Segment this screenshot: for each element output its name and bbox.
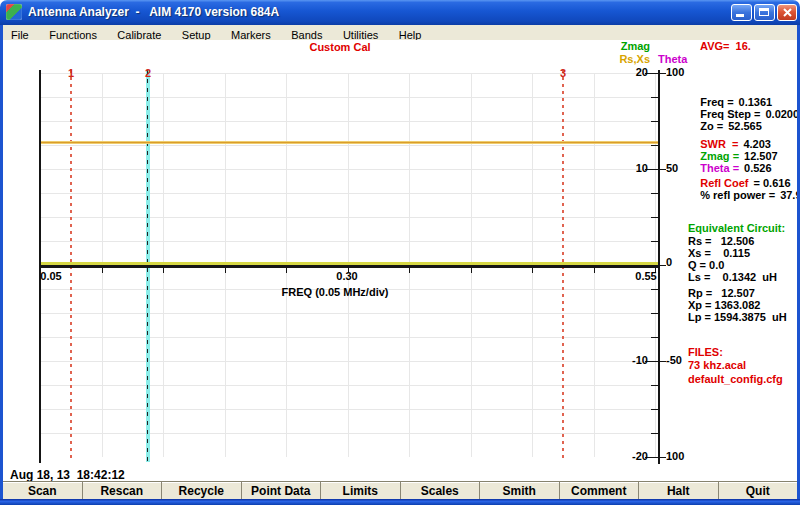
legend-rsxs: Rs,Xs — [598, 53, 650, 65]
scan-button[interactable]: Scan — [3, 482, 83, 500]
equivalent-circuit-heading: Equivalent Circuit: — [688, 222, 785, 234]
comment-button[interactable]: Comment — [560, 482, 640, 500]
legend-zmag: Zmag — [598, 40, 650, 52]
theta-axis-line — [658, 70, 660, 464]
button-bar: Scan Rescan Recycle Point Data Limits Sc… — [3, 481, 797, 500]
title-bar[interactable]: Antenna Analyzer - AIM 4170 version 684A — [0, 0, 800, 25]
x-tick-005: 0.05 — [33, 271, 69, 282]
recycle-button[interactable]: Recycle — [162, 482, 242, 500]
ec-rp: Rp = 12.507 — [688, 287, 755, 299]
files-heading: FILES: — [688, 346, 723, 358]
close-icon — [778, 6, 796, 20]
minimize-button[interactable] — [731, 4, 752, 21]
x-tick-030: 0.30 — [329, 271, 365, 282]
zmag-tick-neg20: -20 — [612, 451, 648, 462]
ec-ls: Ls = 0.1342 uH — [688, 271, 777, 283]
close-button[interactable] — [777, 4, 797, 21]
window-title: Antenna Analyzer - AIM 4170 version 684A — [28, 5, 279, 19]
marker-2-number: 2 — [142, 68, 154, 79]
maximize-icon — [759, 8, 769, 16]
window-border-bottom — [0, 499, 800, 505]
legend-theta: Theta — [658, 53, 702, 65]
app-icon — [6, 4, 22, 20]
cal-status-label: Custom Cal — [295, 41, 385, 53]
marker-3-number: 3 — [557, 68, 569, 79]
quit-button[interactable]: Quit — [719, 482, 798, 500]
window-border-left — [0, 25, 3, 505]
app-window: Antenna Analyzer - AIM 4170 version 684A… — [0, 0, 800, 505]
ec-rs: Rs = 12.506 — [688, 235, 754, 247]
point-data-button[interactable]: Point Data — [242, 482, 322, 500]
theta-tick-neg100: 100 — [666, 451, 706, 462]
limits-button[interactable]: Limits — [321, 482, 401, 500]
reading-freq-step-value: 0.0200 — [765, 108, 799, 120]
reading-refl-power: % refl power =37.9 — [688, 177, 800, 213]
x-tick-055: 0.55 — [628, 271, 664, 282]
x-axis-title: FREQ (0.05 MHz/div) — [265, 287, 405, 298]
scales-button[interactable]: Scales — [401, 482, 481, 500]
zmag-tick-neg10: -10 — [612, 355, 648, 366]
smith-button[interactable]: Smith — [480, 482, 560, 500]
rescan-button[interactable]: Rescan — [83, 482, 163, 500]
rs-trace-line — [41, 141, 658, 144]
file-item-config: default_config.cfg — [688, 373, 783, 385]
zero-axis-line — [40, 265, 660, 268]
maximize-button[interactable] — [754, 4, 775, 21]
halt-button[interactable]: Halt — [639, 482, 719, 500]
file-item-cal: 73 khz.acal — [688, 359, 746, 371]
menu-bar: File Functions Calibrate Setup Markers B… — [3, 25, 797, 41]
ec-xp: Xp = 1363.082 — [688, 299, 760, 311]
zmag-tick-20: 20 — [612, 67, 648, 78]
marker-1-number: 1 — [65, 68, 77, 79]
reading-refl-power-label: % refl power = — [700, 189, 775, 201]
zmag-tick-10: 10 — [612, 163, 648, 174]
minimize-icon — [736, 14, 744, 17]
ec-lp: Lp = 1594.3875 uH — [688, 311, 787, 323]
avg-label: AVG= 16. — [700, 40, 751, 52]
ec-xs: Xs = 0.115 — [688, 247, 750, 259]
ec-q: Q = 0.0 — [688, 259, 724, 271]
scan-timestamp: Aug 18, 13 18:42:12 — [10, 468, 125, 482]
theta-tick-100: 100 — [666, 67, 706, 78]
